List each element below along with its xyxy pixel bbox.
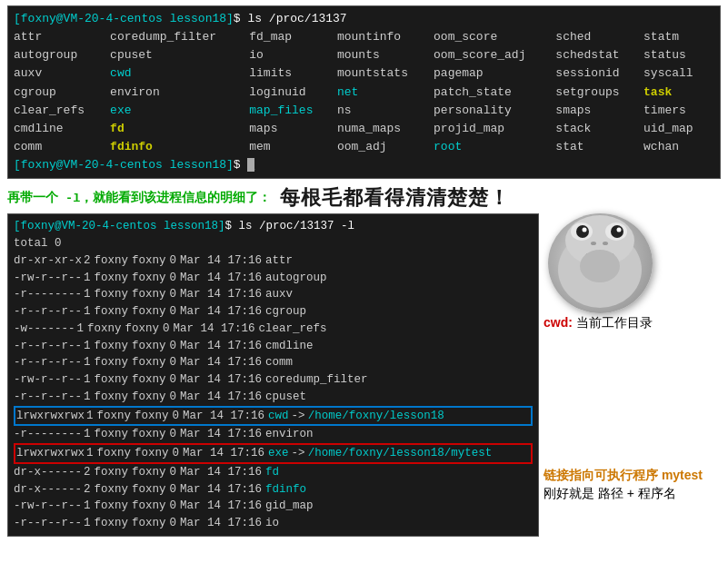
file-listing-table: attr coredump_filter fd_map mountinfo oo… <box>14 28 714 156</box>
svg-point-5 <box>611 225 623 238</box>
middle-left-text: 再带一个 -l，就能看到该进程信息的明细了： <box>7 190 271 206</box>
list-item: -w------- 1 foxny foxny 0 Mar 14 17:16 c… <box>14 321 533 338</box>
prompt-line-2: [foxny@VM-20-4-centos lesson18]$ _ <box>14 156 714 174</box>
svg-point-9 <box>603 242 608 245</box>
list-item: -rw-r--r-- 1 foxny foxny 0 Mar 14 17:16 … <box>14 498 533 515</box>
right-panel: cwd: 当前工作目录 链接指向可执行程序 mytest 刚好就是 路径 + 程… <box>539 213 721 537</box>
svg-point-7 <box>617 228 622 232</box>
list-item: -r--r--r-- 1 foxny foxny 0 Mar 14 17:16 … <box>14 303 533 321</box>
list-item: dr-x------ 2 foxny foxny 0 Mar 14 17:16 … <box>14 464 533 481</box>
cwd-label: cwd: <box>544 315 576 330</box>
svg-point-8 <box>591 242 596 245</box>
bottom-area: [foxny@VM-20-4-centos lesson18]$ ls /pro… <box>7 213 721 537</box>
cwd-annotation: cwd: 当前工作目录 <box>544 315 653 331</box>
terminal-top: [foxny@VM-20-4-centos lesson18]$ ls /pro… <box>7 5 721 179</box>
middle-row: 再带一个 -l，就能看到该进程信息的明细了： 每根毛都看得清清楚楚！ <box>7 184 721 212</box>
list-item: -r--r--r-- 1 foxny foxny 0 Mar 14 17:16 … <box>14 354 533 371</box>
frog-svg <box>548 213 653 313</box>
frog-image <box>548 213 653 313</box>
total-line: total 0 <box>14 235 533 252</box>
prompt1: [foxny@VM-20-4-centos lesson18] <box>14 12 234 25</box>
list-item: -r--r--r-- 1 foxny foxny 0 Mar 14 17:16 … <box>14 515 533 532</box>
list-item: -r--r--r-- 1 foxny foxny 0 Mar 14 17:16 … <box>14 338 533 355</box>
svg-point-4 <box>576 225 589 238</box>
list-item: -rw-r--r-- 1 foxny foxny 0 Mar 14 17:16 … <box>14 371 533 389</box>
cwd-desc: 当前工作目录 <box>576 315 653 330</box>
svg-point-10 <box>580 250 620 282</box>
exe-line: lrwxrwxrwx 1 foxny foxny 0 Mar 14 17:16 … <box>14 443 533 464</box>
middle-right-text: 每根毛都看得清清楚楚！ <box>280 184 510 212</box>
list-item: -r--r--r-- 1 foxny foxny 0 Mar 14 17:16 … <box>14 389 533 406</box>
list-item: -rw-r--r-- 1 foxny foxny 0 Mar 14 17:16 … <box>14 270 533 287</box>
terminal-bottom: [foxny@VM-20-4-centos lesson18]$ ls /pro… <box>7 213 539 537</box>
svg-point-6 <box>583 228 587 232</box>
list-item: dr-xr-xr-x 2 foxny foxny 0 Mar 14 17:16 … <box>14 252 533 270</box>
list-item: -r-------- 1 foxny foxny 0 Mar 14 17:16 … <box>14 286 533 303</box>
cwd-line: lrwxrwxrwx 1 foxny foxny 0 Mar 14 17:16 … <box>14 406 533 427</box>
main-container: [foxny@VM-20-4-centos lesson18]$ ls /pro… <box>0 0 728 563</box>
list-item: dr-x------ 2 foxny foxny 0 Mar 14 17:16 … <box>14 481 533 499</box>
prompt-line-3: [foxny@VM-20-4-centos lesson18]$ ls /pro… <box>14 218 533 235</box>
link-annotation-2: 刚好就是 路径 + 程序名 <box>544 486 676 502</box>
prompt-line-1: [foxny@VM-20-4-centos lesson18]$ ls /pro… <box>14 10 714 28</box>
link-annotation-1: 链接指向可执行程序 mytest <box>544 468 703 484</box>
list-item: -r-------- 1 foxny foxny 0 Mar 14 17:16 … <box>14 426 533 443</box>
